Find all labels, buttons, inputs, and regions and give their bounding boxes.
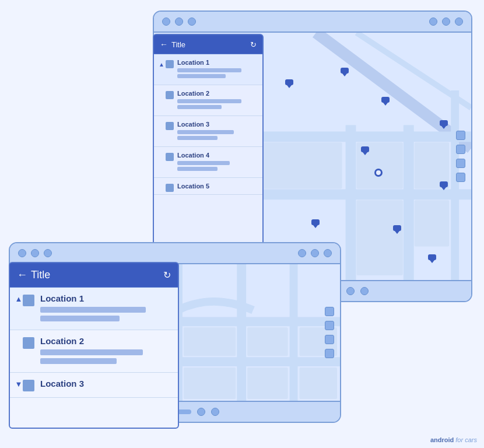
map-pin-4: [440, 120, 448, 129]
pin-box: [440, 181, 448, 187]
back-arrow-icon[interactable]: ←: [17, 269, 27, 281]
chevron-space: [15, 336, 23, 366]
chrome-dot: [455, 18, 463, 26]
location-icon: [23, 380, 34, 391]
pin-box: [393, 225, 401, 231]
pin-tail: [342, 74, 347, 76]
panel-dot: [325, 335, 334, 344]
pin-box: [361, 146, 369, 152]
location-dot: [374, 169, 383, 177]
location-content: Location 3: [177, 121, 258, 142]
panel-large: ← Title ↻ ▲ Location 1 Location 2: [153, 34, 264, 256]
chrome-dot: [31, 249, 39, 257]
location-bar: [177, 167, 218, 171]
location-bar: [177, 161, 230, 165]
location-content: Location 1: [40, 293, 172, 324]
chrome-dot: [298, 249, 306, 257]
chrome-top-small: [10, 243, 340, 264]
refresh-icon[interactable]: ↻: [250, 40, 257, 49]
location-icon: [166, 91, 174, 99]
location-bar: [177, 74, 226, 78]
location-icon: [166, 60, 174, 68]
location-content: Location 1: [177, 59, 258, 80]
pin-tail: [313, 225, 318, 228]
location-bar: [40, 358, 117, 364]
location-content: Location 4: [177, 152, 258, 173]
location-content: Location 2: [40, 336, 172, 366]
panel-list-large: ▲ Location 1 Location 2 Location 3: [154, 54, 262, 254]
pin-tail: [287, 85, 292, 88]
panel-list-small: ▲ Location 1 Location 2 ▼ Location 3: [10, 288, 178, 428]
pin-box: [285, 79, 293, 85]
pin-tail: [363, 152, 367, 155]
pin-tail: [441, 126, 446, 129]
list-item[interactable]: Location 2: [10, 330, 178, 373]
panel-dot: [456, 145, 465, 154]
svg-rect-11: [415, 200, 450, 246]
list-item[interactable]: ▲ Location 1: [154, 54, 262, 85]
list-item[interactable]: Location 2: [154, 85, 262, 116]
list-item[interactable]: Location 3: [154, 116, 262, 147]
pin-tail: [430, 260, 434, 263]
map-pin-6: [440, 181, 448, 190]
location-name: Location 2: [40, 336, 172, 346]
chevron-space: [157, 90, 166, 111]
chrome-dots-right-small: [298, 249, 332, 257]
panel-dot: [456, 159, 465, 168]
chevron-space: [157, 152, 166, 173]
chrome-dots-left: [162, 18, 196, 26]
chevron-space: [157, 121, 166, 142]
map-pin-5: [361, 146, 369, 155]
chrome-dot: [346, 287, 355, 295]
list-item[interactable]: Location 5: [154, 178, 262, 195]
for-text: for: [455, 436, 463, 443]
pin-box: [381, 97, 390, 103]
pin-box: [341, 68, 349, 74]
svg-rect-20: [247, 368, 288, 399]
panel-header-left: ← Title: [160, 40, 185, 49]
list-item[interactable]: ▲ Location 1: [10, 288, 178, 330]
pin-box: [428, 254, 436, 260]
panel-dot: [456, 173, 465, 182]
location-bar: [177, 105, 222, 109]
location-icon: [23, 295, 34, 306]
svg-rect-18: [247, 327, 288, 356]
chrome-dots-right: [429, 18, 463, 26]
list-item[interactable]: ▼ Location 3: [10, 373, 178, 398]
chrome-dot: [162, 18, 170, 26]
map-pin-1: [285, 79, 293, 88]
chevron-up-icon: ▲: [15, 293, 23, 324]
chrome-dot: [324, 249, 332, 257]
chrome-dots-left-small: [18, 249, 52, 257]
chrome-dot: [44, 249, 52, 257]
chrome-dot: [360, 287, 369, 295]
pin-tail: [395, 231, 399, 234]
pin-tail: [441, 187, 446, 190]
refresh-icon-small[interactable]: ↻: [163, 270, 171, 281]
location-name: Location 5: [177, 183, 258, 190]
location-name: Location 1: [40, 293, 172, 303]
location-content: Location 2: [177, 90, 258, 111]
chrome-dot: [311, 249, 319, 257]
location-content: Location 5: [177, 183, 258, 192]
panel-header-large: ← Title ↻: [154, 35, 262, 54]
location-icon: [166, 153, 174, 161]
right-dots-small: [325, 307, 334, 358]
svg-rect-7: [261, 142, 342, 188]
panel-dot: [325, 307, 334, 316]
location-name: Location 4: [177, 152, 258, 159]
location-name: Location 3: [177, 121, 258, 128]
location-icon: [23, 337, 34, 349]
pin-tail: [383, 103, 388, 106]
chrome-dot: [211, 408, 219, 416]
panel-header-small: ← Title ↻: [10, 263, 178, 288]
location-name: Location 2: [177, 90, 258, 97]
svg-rect-22: [299, 368, 337, 399]
location-bar: [177, 130, 234, 134]
back-arrow-icon[interactable]: ←: [160, 40, 168, 49]
list-item[interactable]: Location 4: [154, 147, 262, 178]
svg-rect-17: [184, 327, 236, 356]
location-name: Location 1: [177, 59, 258, 66]
map-pin-9: [428, 254, 436, 263]
location-name: Location 3: [40, 379, 172, 388]
